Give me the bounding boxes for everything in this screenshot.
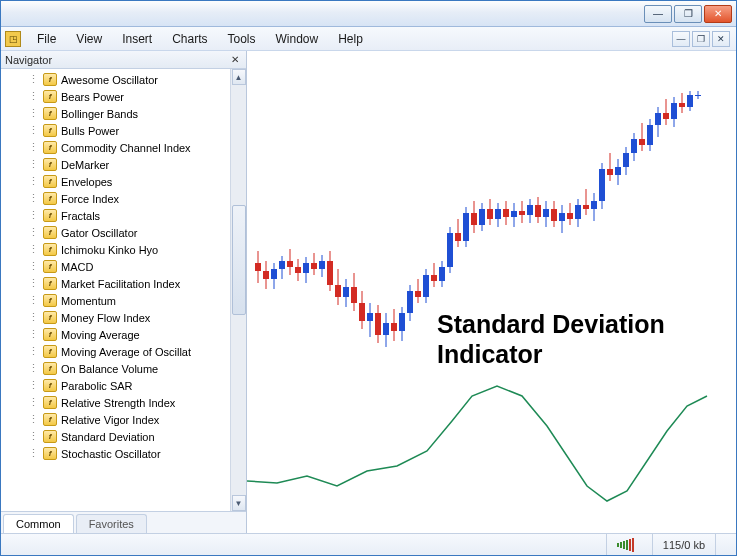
tree-line-icon: ⋮ bbox=[23, 124, 43, 137]
svg-rect-43 bbox=[423, 275, 429, 297]
indicator-item[interactable]: ⋮fEnvelopes bbox=[1, 173, 230, 190]
chart-area[interactable]: Standard Deviation Indicator bbox=[247, 51, 736, 533]
svg-rect-93 bbox=[623, 153, 629, 167]
indicator-item[interactable]: ⋮fAwesome Oscillator bbox=[1, 71, 230, 88]
scroll-track[interactable] bbox=[232, 85, 246, 495]
indicator-item[interactable]: ⋮fDeMarker bbox=[1, 156, 230, 173]
indicator-label: Parabolic SAR bbox=[61, 380, 133, 392]
menu-insert[interactable]: Insert bbox=[112, 29, 162, 49]
tree-line-icon: ⋮ bbox=[23, 362, 43, 375]
navigator-title-text: Navigator bbox=[5, 54, 52, 66]
window-close-button[interactable]: ✕ bbox=[704, 5, 732, 23]
status-transfer: 115/0 kb bbox=[652, 534, 715, 555]
indicator-item[interactable]: ⋮fBulls Power bbox=[1, 122, 230, 139]
indicator-item[interactable]: ⋮fMarket Facilitation Index bbox=[1, 275, 230, 292]
mdi-restore-button[interactable]: ❐ bbox=[692, 31, 710, 47]
indicator-label: Bears Power bbox=[61, 91, 124, 103]
svg-rect-67 bbox=[519, 211, 525, 215]
navigator-tree[interactable]: ⋮fAwesome Oscillator⋮fBears Power⋮fBolli… bbox=[1, 69, 230, 511]
menu-charts[interactable]: Charts bbox=[162, 29, 217, 49]
indicator-item[interactable]: ⋮fMACD bbox=[1, 258, 230, 275]
tab-common[interactable]: Common bbox=[3, 514, 74, 533]
indicator-item[interactable]: ⋮fIchimoku Kinko Hyo bbox=[1, 241, 230, 258]
mdi-minimize-button[interactable]: — bbox=[672, 31, 690, 47]
indicator-fx-icon: f bbox=[43, 73, 57, 86]
indicator-label: Moving Average of Oscillat bbox=[61, 346, 191, 358]
indicator-item[interactable]: ⋮fGator Oscillator bbox=[1, 224, 230, 241]
navigator-scrollbar[interactable]: ▲ ▼ bbox=[230, 69, 246, 511]
indicator-item[interactable]: ⋮fForce Index bbox=[1, 190, 230, 207]
indicator-item[interactable]: ⋮fMoving Average of Oscillat bbox=[1, 343, 230, 360]
status-grip-icon bbox=[715, 534, 736, 555]
tree-line-icon: ⋮ bbox=[23, 158, 43, 171]
indicator-fx-icon: f bbox=[43, 260, 57, 273]
indicator-fx-icon: f bbox=[43, 209, 57, 222]
connection-bars-icon bbox=[606, 534, 644, 555]
svg-rect-41 bbox=[415, 291, 421, 297]
indicator-label: Momentum bbox=[61, 295, 116, 307]
tree-line-icon: ⋮ bbox=[23, 209, 43, 222]
indicator-fx-icon: f bbox=[43, 192, 57, 205]
svg-rect-81 bbox=[575, 205, 581, 219]
indicator-label: Ichimoku Kinko Hyo bbox=[61, 244, 158, 256]
tree-line-icon: ⋮ bbox=[23, 73, 43, 86]
window-minimize-button[interactable]: — bbox=[644, 5, 672, 23]
window-maximize-button[interactable]: ❐ bbox=[674, 5, 702, 23]
menu-view[interactable]: View bbox=[66, 29, 112, 49]
indicator-item[interactable]: ⋮fCommodity Channel Index bbox=[1, 139, 230, 156]
chart-annotation: Standard Deviation Indicator bbox=[437, 309, 665, 369]
svg-rect-89 bbox=[607, 169, 613, 175]
svg-rect-103 bbox=[663, 113, 669, 119]
indicator-fx-icon: f bbox=[43, 124, 57, 137]
tree-line-icon: ⋮ bbox=[23, 175, 43, 188]
indicator-item[interactable]: ⋮fBears Power bbox=[1, 88, 230, 105]
tree-line-icon: ⋮ bbox=[23, 413, 43, 426]
indicator-item[interactable]: ⋮fMomentum bbox=[1, 292, 230, 309]
indicator-fx-icon: f bbox=[43, 362, 57, 375]
indicator-fx-icon: f bbox=[43, 141, 57, 154]
indicator-item[interactable]: ⋮fMoney Flow Index bbox=[1, 309, 230, 326]
app-icon: ◳ bbox=[5, 31, 21, 47]
indicator-fx-icon: f bbox=[43, 107, 57, 120]
indicator-label: Fractals bbox=[61, 210, 100, 222]
indicator-label: Money Flow Index bbox=[61, 312, 150, 324]
tree-line-icon: ⋮ bbox=[23, 294, 43, 307]
scroll-down-arrow-icon[interactable]: ▼ bbox=[232, 495, 246, 511]
indicator-label: Relative Vigor Index bbox=[61, 414, 159, 426]
tab-favorites[interactable]: Favorites bbox=[76, 514, 147, 533]
mdi-close-button[interactable]: ✕ bbox=[712, 31, 730, 47]
indicator-fx-icon: f bbox=[43, 294, 57, 307]
tree-line-icon: ⋮ bbox=[23, 90, 43, 103]
svg-rect-23 bbox=[343, 287, 349, 297]
svg-rect-7 bbox=[279, 261, 285, 269]
titlebar: — ❐ ✕ bbox=[1, 1, 736, 27]
svg-rect-57 bbox=[479, 209, 485, 225]
indicator-item[interactable]: ⋮fFractals bbox=[1, 207, 230, 224]
menubar: ◳ FileViewInsertChartsToolsWindowHelp — … bbox=[1, 27, 736, 51]
indicator-item[interactable]: ⋮fStandard Deviation bbox=[1, 428, 230, 445]
menu-window[interactable]: Window bbox=[266, 29, 329, 49]
indicator-fx-icon: f bbox=[43, 413, 57, 426]
tree-line-icon: ⋮ bbox=[23, 311, 43, 324]
menu-file[interactable]: File bbox=[27, 29, 66, 49]
indicator-label: Moving Average bbox=[61, 329, 140, 341]
indicator-label: Envelopes bbox=[61, 176, 112, 188]
menu-tools[interactable]: Tools bbox=[218, 29, 266, 49]
indicator-item[interactable]: ⋮fOn Balance Volume bbox=[1, 360, 230, 377]
tree-line-icon: ⋮ bbox=[23, 328, 43, 341]
svg-rect-31 bbox=[375, 313, 381, 335]
scroll-up-arrow-icon[interactable]: ▲ bbox=[232, 69, 246, 85]
indicator-item[interactable]: ⋮fParabolic SAR bbox=[1, 377, 230, 394]
svg-rect-75 bbox=[551, 209, 557, 221]
tree-line-icon: ⋮ bbox=[23, 107, 43, 120]
indicator-label: Market Facilitation Index bbox=[61, 278, 180, 290]
chart-annotation-line2: Indicator bbox=[437, 339, 665, 369]
indicator-item[interactable]: ⋮fRelative Vigor Index bbox=[1, 411, 230, 428]
indicator-item[interactable]: ⋮fStochastic Oscillator bbox=[1, 445, 230, 462]
scroll-thumb[interactable] bbox=[232, 205, 246, 315]
menu-help[interactable]: Help bbox=[328, 29, 373, 49]
indicator-item[interactable]: ⋮fRelative Strength Index bbox=[1, 394, 230, 411]
indicator-item[interactable]: ⋮fMoving Average bbox=[1, 326, 230, 343]
navigator-close-button[interactable]: ✕ bbox=[228, 53, 242, 67]
indicator-item[interactable]: ⋮fBollinger Bands bbox=[1, 105, 230, 122]
